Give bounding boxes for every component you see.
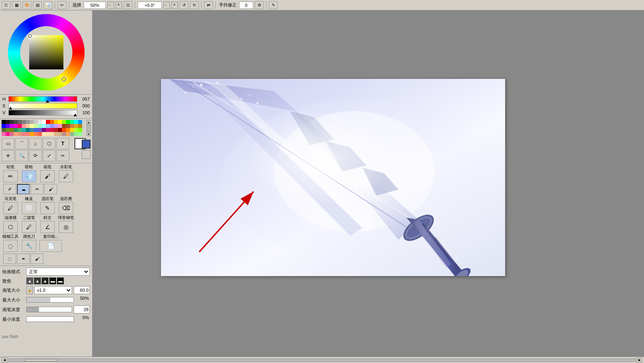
palette-color[interactable] xyxy=(2,124,6,128)
palette-color[interactable] xyxy=(46,132,50,136)
palette-color[interactable] xyxy=(22,132,26,136)
pen-icon[interactable]: ✎ xyxy=(269,1,278,9)
sel-pen-btn[interactable]: ✎ xyxy=(40,202,55,214)
palette-color[interactable] xyxy=(58,124,62,128)
palette-color[interactable] xyxy=(30,128,34,132)
rotation-minus-btn[interactable]: - xyxy=(163,2,170,9)
palette-color[interactable] xyxy=(10,128,14,132)
palette-color[interactable] xyxy=(34,132,38,136)
palette-color[interactable] xyxy=(70,124,74,128)
palette-scroll-up[interactable]: ▲ xyxy=(87,120,91,124)
blur-sub-2[interactable]: ✒ xyxy=(17,254,30,264)
palette-color[interactable] xyxy=(26,120,30,124)
stabilizer-input[interactable] xyxy=(239,2,253,9)
palette-color[interactable] xyxy=(18,132,22,136)
palette-color[interactable] xyxy=(42,124,46,128)
palette-color[interactable] xyxy=(78,120,82,124)
color-mode-icon[interactable]: 🎨 xyxy=(23,1,31,9)
palette-color[interactable] xyxy=(22,128,26,132)
brush-size-multiplier[interactable]: x1.0 xyxy=(34,286,72,294)
rotate-right-icon[interactable]: ↻ xyxy=(190,1,199,9)
new-file-icon[interactable]: 🗋 xyxy=(2,1,10,9)
bpen-btn[interactable]: 🖊 xyxy=(22,221,36,233)
palette-color[interactable] xyxy=(14,120,18,124)
palette-color[interactable] xyxy=(70,120,74,124)
h-scroll-track[interactable] xyxy=(8,359,636,362)
palette-color[interactable] xyxy=(34,120,38,124)
min-density-slider[interactable] xyxy=(26,316,74,322)
airbrush-sub-1[interactable]: ✐ xyxy=(3,184,16,194)
zoom-input[interactable] xyxy=(84,2,106,9)
brush-size-lock-icon[interactable]: 🔒 xyxy=(26,286,33,294)
palette-color[interactable] xyxy=(6,128,10,132)
palette-color[interactable] xyxy=(14,128,18,132)
v-slider[interactable] xyxy=(8,110,77,116)
palette-color[interactable] xyxy=(2,132,6,136)
palette-color[interactable] xyxy=(78,128,82,132)
palette-color[interactable] xyxy=(54,120,58,124)
palette-color[interactable] xyxy=(10,124,14,128)
palette-color[interactable] xyxy=(54,124,58,128)
rotation-input[interactable] xyxy=(138,2,162,9)
palette-color[interactable] xyxy=(38,128,42,132)
palette-color[interactable] xyxy=(42,132,46,136)
palette-color[interactable] xyxy=(78,132,82,136)
palette-color[interactable] xyxy=(58,120,62,124)
marker-btn[interactable]: 🖊 xyxy=(3,202,18,214)
palette-color[interactable] xyxy=(18,128,22,132)
palette-color[interactable] xyxy=(42,128,46,132)
grid-view-icon[interactable]: ▦ xyxy=(12,1,21,9)
blur-sub-1[interactable]: ◌ xyxy=(3,254,16,264)
palette-color[interactable] xyxy=(22,120,26,124)
s-slider[interactable] xyxy=(8,103,77,109)
palette-color[interactable] xyxy=(66,120,70,124)
palette-color[interactable] xyxy=(30,120,34,124)
palette-color[interactable] xyxy=(62,124,66,128)
palette-color[interactable] xyxy=(14,132,18,136)
zoom-minus-btn[interactable]: - xyxy=(107,2,114,9)
palette-color[interactable] xyxy=(2,128,6,132)
brush-density-input[interactable] xyxy=(74,305,90,314)
eraser-btn[interactable]: ⬜ xyxy=(22,202,36,214)
palette-color[interactable] xyxy=(6,132,10,136)
palette-color[interactable] xyxy=(14,124,18,128)
scatter-btn-5[interactable]: ▬ xyxy=(57,277,64,285)
rotate-tool[interactable]: ⟳ xyxy=(29,150,42,161)
palette-color[interactable] xyxy=(70,128,74,132)
palette-color[interactable] xyxy=(62,128,66,132)
palette-color[interactable] xyxy=(30,132,34,136)
stabilizer-settings-icon[interactable]: ⚙ xyxy=(255,1,264,9)
palette-color[interactable] xyxy=(74,124,78,128)
move-tool[interactable]: ✛ xyxy=(2,150,14,161)
h-scroll-thumb[interactable] xyxy=(25,359,57,361)
rotate-left-icon[interactable]: ↺ xyxy=(180,1,188,9)
palette-color[interactable] xyxy=(50,132,54,136)
rotation-plus-btn[interactable]: + xyxy=(171,2,178,9)
palette-color[interactable] xyxy=(74,120,78,124)
palette-color[interactable] xyxy=(26,124,30,128)
airbrush-sub-2-active[interactable]: ☁ xyxy=(17,184,30,194)
palette-color[interactable] xyxy=(6,124,10,128)
ballpen-btn[interactable]: ◎ xyxy=(59,221,73,233)
palette-color[interactable] xyxy=(58,128,62,132)
pencil-btn[interactable]: ✏ xyxy=(3,170,18,182)
scroll-right-btn[interactable]: ▶ xyxy=(637,358,642,363)
extra-tool-btn[interactable] xyxy=(82,150,91,159)
palette-color[interactable] xyxy=(38,132,42,136)
palette-color[interactable] xyxy=(26,132,30,136)
palette-color[interactable] xyxy=(50,128,54,132)
palette-color[interactable] xyxy=(62,120,66,124)
palette-color[interactable] xyxy=(46,128,50,132)
scatter-btn-1[interactable]: ▲ xyxy=(26,277,33,285)
scatter-btn-4[interactable]: ▬ xyxy=(49,277,56,285)
blur-sub-3[interactable]: 🖌 xyxy=(31,254,43,264)
zoom-tool[interactable]: 🔍 xyxy=(15,150,28,161)
brush-density-slider[interactable] xyxy=(26,307,72,312)
draw-mode-select[interactable]: 正常 xyxy=(26,268,90,276)
scatter-btn-2[interactable]: ▲ xyxy=(34,277,41,285)
palette-color[interactable] xyxy=(22,124,26,128)
palette-color[interactable] xyxy=(66,124,70,128)
palette-scroll-down[interactable]: ▼ xyxy=(87,132,91,136)
watercolor-btn[interactable]: 🖊 xyxy=(59,170,73,182)
background-color-swatch[interactable] xyxy=(82,140,91,148)
